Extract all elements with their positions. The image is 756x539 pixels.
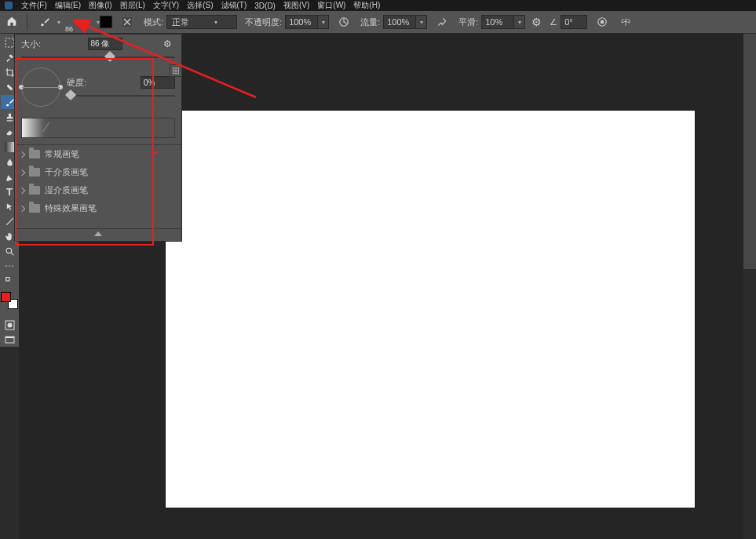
chevron-right-icon xyxy=(19,205,25,211)
brush-preset-popup: 大小: 86 像 ⚙ 硬度: 0% 常规画笔 xyxy=(14,34,182,242)
menu-layer[interactable]: 图层(L) xyxy=(116,0,149,11)
foreground-color[interactable] xyxy=(1,292,11,302)
flow-field[interactable]: 100% xyxy=(383,15,416,29)
chevron-right-icon xyxy=(19,187,25,193)
separator xyxy=(27,13,27,31)
angle-field[interactable]: 0° xyxy=(561,15,587,29)
slider-thumb[interactable] xyxy=(65,89,76,100)
menu-filter[interactable]: 滤镜(T) xyxy=(217,0,251,11)
brush-folder[interactable]: 常规画笔 xyxy=(15,145,181,163)
opacity-pressure-toggle[interactable] xyxy=(335,13,352,31)
smoothing-options-button[interactable]: ⚙ xyxy=(531,16,542,28)
app-logo xyxy=(5,2,13,9)
brush-hardness-slider[interactable] xyxy=(67,92,175,101)
folder-icon xyxy=(29,168,40,177)
folder-icon xyxy=(29,204,40,213)
menu-3d[interactable]: 3D(D) xyxy=(250,2,279,10)
butterfly-icon xyxy=(619,16,632,27)
brush-popup-resize[interactable] xyxy=(15,228,181,241)
smoothing-label: 平滑: xyxy=(458,16,478,28)
blend-mode-value: 正常 xyxy=(172,16,189,28)
color-swatches[interactable] xyxy=(1,292,18,309)
menu-select[interactable]: 选择(S) xyxy=(183,0,217,11)
opacity-field[interactable]: 100% xyxy=(285,15,318,29)
menu-view[interactable]: 视图(V) xyxy=(279,0,313,11)
screenmode-icon xyxy=(5,335,15,345)
brush-folder[interactable]: 干介质画笔 xyxy=(15,163,181,181)
brush-size-slider[interactable] xyxy=(21,53,175,63)
brush-folder[interactable]: 特殊效果画笔 xyxy=(15,199,181,217)
options-bar: ▾ 86 ▾ 模式: 正常 ▾ 不透明度: 100% ▾ 流量: 100% ▾ … xyxy=(0,11,756,34)
brush-hardness-input[interactable]: 0% xyxy=(141,76,175,89)
chevron-right-icon xyxy=(19,169,25,175)
menu-help[interactable]: 帮助(H) xyxy=(349,0,384,11)
magnifier-icon xyxy=(5,246,15,257)
gear-icon: ⚙ xyxy=(163,38,172,49)
eraser-icon xyxy=(5,127,15,137)
home-button[interactable] xyxy=(0,16,24,29)
slider-track xyxy=(21,56,175,58)
brush-color-swatch[interactable] xyxy=(100,16,112,28)
type-icon: T xyxy=(6,186,13,198)
tool-icon-brush[interactable] xyxy=(37,14,53,30)
smoothing-value: 10% xyxy=(485,17,502,27)
pressure-size-icon xyxy=(597,16,608,27)
pen-icon xyxy=(5,172,15,182)
angle-value: 0° xyxy=(564,17,573,27)
chevron-down-icon: ▾ xyxy=(518,19,521,26)
brush-icon xyxy=(39,16,50,27)
new-preset-button[interactable]: ⊞ xyxy=(170,64,182,77)
menu-file[interactable]: 文件(F) xyxy=(17,0,51,11)
brush-panel-icon xyxy=(121,16,133,28)
brush-angle-control[interactable] xyxy=(21,67,60,107)
stamp-icon xyxy=(5,112,15,122)
svg-rect-5 xyxy=(6,84,13,90)
svg-rect-6 xyxy=(5,142,15,152)
mode-label: 模式: xyxy=(144,16,163,28)
svg-rect-4 xyxy=(5,38,14,47)
edit-toolbar-button[interactable]: ⋯ xyxy=(5,259,14,273)
quickmask-toggle[interactable] xyxy=(1,318,18,332)
blend-mode-select[interactable]: 正常 ▾ xyxy=(166,15,237,29)
svg-rect-8 xyxy=(5,277,9,280)
brush-size-input[interactable]: 86 像 xyxy=(88,38,122,50)
brush-size-readout: 86 xyxy=(65,25,73,33)
menu-image[interactable]: 图像(I) xyxy=(85,0,115,11)
brush-preset-dropdown[interactable]: ▾ xyxy=(92,14,100,30)
folder-icon xyxy=(29,186,40,195)
symmetry-button[interactable] xyxy=(617,13,634,31)
chevron-up-icon xyxy=(94,231,102,236)
brush-popup-flyout[interactable]: ⚙ xyxy=(160,38,175,49)
menu-edit[interactable]: 编辑(E) xyxy=(51,0,85,11)
screenmode-button[interactable] xyxy=(1,333,18,347)
plus-icon: ⊞ xyxy=(172,65,180,76)
smoothing-field[interactable]: 10% xyxy=(481,15,514,29)
menu-type[interactable]: 文字(Y) xyxy=(149,0,183,11)
slider-track xyxy=(67,95,175,97)
brush-folder[interactable]: 湿介质画笔 xyxy=(15,181,181,199)
home-icon xyxy=(6,16,17,27)
opacity-value: 100% xyxy=(289,17,311,27)
brush-settings-panel-button[interactable] xyxy=(119,13,136,31)
slider-thumb[interactable] xyxy=(104,51,115,62)
opacity-label: 不透明度: xyxy=(245,16,282,28)
pressure-size-toggle[interactable] xyxy=(593,13,611,31)
pressure-opacity-icon xyxy=(338,16,349,27)
airbrush-toggle[interactable] xyxy=(433,13,451,31)
menu-window[interactable]: 窗口(W) xyxy=(313,0,349,11)
color-swap-icon[interactable] xyxy=(1,274,18,288)
opacity-dropdown[interactable]: ▾ xyxy=(318,15,329,29)
angle-label: ∠ xyxy=(550,17,557,27)
tool-zoom[interactable] xyxy=(1,244,18,258)
brush-preset-picker[interactable]: 86 xyxy=(64,14,92,30)
canvas[interactable] xyxy=(166,111,695,508)
angle-line xyxy=(22,87,60,88)
right-panel-strip[interactable] xyxy=(743,34,756,269)
svg-point-7 xyxy=(6,248,12,253)
flow-value: 100% xyxy=(387,17,409,27)
flow-dropdown[interactable]: ▾ xyxy=(416,15,427,29)
smoothing-dropdown[interactable]: ▾ xyxy=(514,15,525,29)
gradient-icon xyxy=(5,142,15,152)
tool-variant-dropdown[interactable]: ▾ xyxy=(53,14,60,30)
menu-bar: 文件(F) 编辑(E) 图像(I) 图层(L) 文字(Y) 选择(S) 滤镜(T… xyxy=(0,0,756,11)
